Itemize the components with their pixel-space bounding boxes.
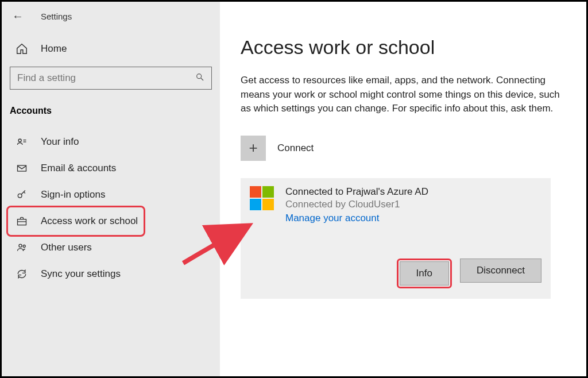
svg-point-2 bbox=[18, 139, 21, 142]
person-card-icon bbox=[16, 136, 28, 148]
account-subtitle: Connected by CloudUser1 bbox=[285, 199, 486, 210]
sidebar-item-label: Sync your settings bbox=[41, 268, 121, 280]
settings-window: ← Settings Home Accounts Your bbox=[2, 2, 586, 376]
connect-button[interactable]: + Connect bbox=[241, 136, 563, 161]
page-description: Get access to resources like email, apps… bbox=[241, 74, 562, 116]
info-button[interactable]: Info bbox=[400, 261, 449, 286]
svg-point-9 bbox=[23, 245, 25, 248]
card-buttons: Info Disconnect bbox=[250, 259, 541, 288]
account-block: Connected to Prajwal's Azure AD Connecte… bbox=[241, 178, 551, 299]
home-icon bbox=[16, 43, 28, 55]
svg-rect-7 bbox=[18, 219, 26, 225]
key-icon bbox=[16, 188, 28, 201]
annotation-highlight-box: Info bbox=[397, 259, 452, 288]
sidebar-item-sync-settings[interactable]: Sync your settings bbox=[2, 261, 220, 287]
search-icon bbox=[195, 72, 204, 84]
sidebar-item-label: Your info bbox=[41, 136, 79, 148]
account-subtitle-text: Connected by CloudUser1 bbox=[285, 199, 400, 210]
sidebar-item-label: Email & accounts bbox=[41, 163, 116, 174]
redacted-region bbox=[400, 199, 486, 210]
disconnect-button[interactable]: Disconnect bbox=[460, 259, 541, 283]
sidebar: ← Settings Home Accounts Your bbox=[2, 2, 220, 376]
page-title: Access work or school bbox=[241, 36, 563, 59]
sidebar-item-email-accounts[interactable]: Email & accounts bbox=[2, 155, 220, 182]
nav-list: Your info Email & accounts Sign-in optio… bbox=[2, 129, 220, 287]
people-icon bbox=[16, 241, 28, 254]
sidebar-item-sign-in-options[interactable]: Sign-in options bbox=[2, 182, 220, 208]
connect-label: Connect bbox=[277, 142, 314, 154]
briefcase-icon bbox=[16, 215, 28, 227]
microsoft-logo-icon bbox=[250, 186, 274, 210]
window-title: Settings bbox=[41, 11, 72, 21]
sidebar-item-other-users[interactable]: Other users bbox=[2, 234, 220, 261]
back-arrow-icon[interactable]: ← bbox=[12, 10, 24, 23]
section-heading: Accounts bbox=[2, 98, 220, 121]
sidebar-item-label: Other users bbox=[41, 242, 92, 253]
search-box[interactable] bbox=[10, 67, 212, 90]
svg-point-6 bbox=[18, 194, 22, 198]
sidebar-item-your-info[interactable]: Your info bbox=[2, 129, 220, 155]
search-input[interactable] bbox=[17, 72, 195, 84]
sidebar-item-access-work-school[interactable]: Access work or school bbox=[2, 208, 220, 234]
main-content: Access work or school Get access to reso… bbox=[220, 2, 586, 376]
svg-point-8 bbox=[19, 244, 22, 247]
nav-home[interactable]: Home bbox=[2, 36, 220, 62]
sidebar-item-label: Sign-in options bbox=[41, 189, 105, 200]
nav-home-label: Home bbox=[41, 43, 67, 55]
sidebar-item-label: Access work or school bbox=[41, 215, 138, 227]
plus-icon: + bbox=[241, 136, 266, 161]
svg-line-1 bbox=[201, 78, 203, 80]
sidebar-header: ← Settings bbox=[2, 2, 220, 30]
manage-account-link[interactable]: Manage your account bbox=[285, 213, 486, 224]
account-title: Connected to Prajwal's Azure AD bbox=[285, 186, 486, 198]
svg-point-0 bbox=[197, 74, 202, 79]
connected-account-card[interactable]: Connected to Prajwal's Azure AD Connecte… bbox=[241, 178, 551, 299]
account-text: Connected to Prajwal's Azure AD Connecte… bbox=[285, 186, 486, 224]
mail-icon bbox=[16, 162, 28, 175]
sync-icon bbox=[16, 268, 28, 280]
search-wrap bbox=[2, 62, 220, 98]
svg-rect-5 bbox=[18, 165, 26, 171]
